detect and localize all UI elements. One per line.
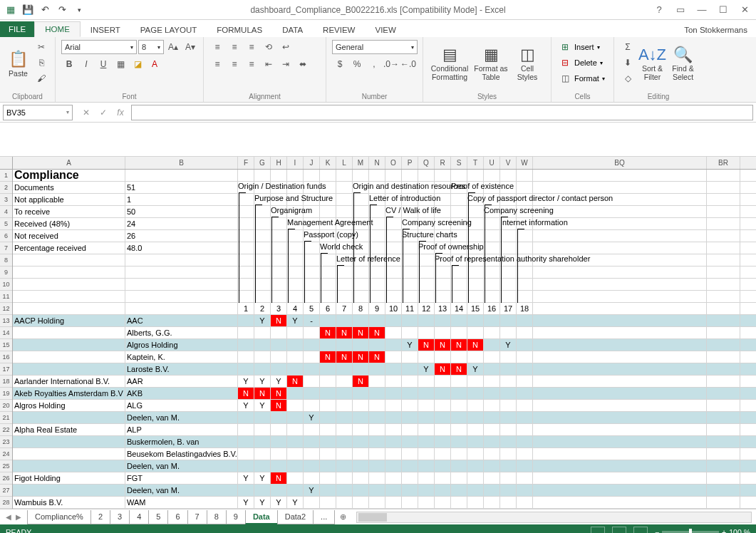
cell[interactable] <box>304 460 320 472</box>
cell[interactable] <box>707 485 740 496</box>
cell[interactable] <box>402 448 418 460</box>
cell[interactable]: Deelen, van M. <box>125 412 238 423</box>
cell[interactable] <box>500 497 517 508</box>
cell[interactable] <box>517 388 533 399</box>
cell[interactable] <box>451 254 467 266</box>
sheet-tab[interactable]: 3 <box>110 510 130 524</box>
cell[interactable]: N <box>451 339 467 351</box>
cell[interactable] <box>287 339 304 351</box>
cell[interactable] <box>533 303 707 314</box>
cell[interactable] <box>353 218 369 229</box>
maximize-icon[interactable]: ☐ <box>716 3 730 17</box>
cell[interactable] <box>238 291 254 302</box>
cell[interactable] <box>435 497 451 508</box>
cell[interactable] <box>451 206 467 217</box>
cell[interactable]: 15 <box>467 303 484 314</box>
cell[interactable] <box>271 182 287 193</box>
cell[interactable] <box>707 339 740 351</box>
cell[interactable] <box>467 472 484 484</box>
cell[interactable] <box>254 363 271 375</box>
cell[interactable] <box>238 315 254 326</box>
cell[interactable] <box>271 460 287 472</box>
cell[interactable] <box>287 279 304 290</box>
cell[interactable] <box>369 206 385 217</box>
cell[interactable] <box>533 363 707 375</box>
cell[interactable] <box>13 339 125 351</box>
cell[interactable]: Y <box>500 339 517 351</box>
cell[interactable] <box>287 448 304 460</box>
cell[interactable] <box>402 472 418 484</box>
cell[interactable] <box>353 230 369 242</box>
cell[interactable] <box>13 303 125 314</box>
cell[interactable] <box>304 400 320 411</box>
cell[interactable] <box>385 436 402 447</box>
underline-button[interactable]: U <box>95 57 111 71</box>
cell[interactable] <box>254 436 271 447</box>
align-center-icon[interactable]: ≡ <box>227 57 242 71</box>
cell[interactable] <box>402 424 418 435</box>
cell[interactable] <box>238 424 254 435</box>
cell[interactable] <box>402 230 418 242</box>
cell[interactable] <box>467 388 484 399</box>
conditional-formatting-button[interactable]: ▤ Conditional Formatting <box>429 40 470 87</box>
cell[interactable] <box>385 194 402 205</box>
cell[interactable] <box>500 400 517 411</box>
cell[interactable] <box>435 206 451 217</box>
cell[interactable] <box>13 436 125 447</box>
cell[interactable]: Akeb Royalties Amsterdam B.V <box>13 388 125 399</box>
cell[interactable] <box>467 351 484 363</box>
cell[interactable]: 3 <box>271 303 287 314</box>
cell[interactable] <box>467 497 484 508</box>
cell[interactable] <box>287 472 304 484</box>
row-header[interactable]: 8 <box>0 254 12 266</box>
cell[interactable] <box>451 472 467 484</box>
row-header[interactable]: 14 <box>0 327 12 339</box>
cell[interactable] <box>467 436 484 447</box>
cell[interactable] <box>336 363 353 375</box>
cell[interactable] <box>369 388 385 399</box>
cell[interactable] <box>451 218 467 229</box>
cell[interactable] <box>402 315 418 326</box>
cell[interactable] <box>467 242 484 254</box>
cell[interactable] <box>533 339 707 351</box>
cell[interactable] <box>484 460 500 472</box>
cell[interactable] <box>402 485 418 496</box>
cell[interactable] <box>287 254 304 266</box>
cell[interactable] <box>484 412 500 423</box>
cell[interactable] <box>353 363 369 375</box>
cell[interactable] <box>517 424 533 435</box>
save-icon[interactable]: 💾 <box>21 4 34 16</box>
cell[interactable] <box>467 266 484 278</box>
cell[interactable]: N <box>467 339 484 351</box>
cell[interactable] <box>369 194 385 205</box>
col-header[interactable]: S <box>451 157 467 169</box>
cell[interactable]: AKB <box>125 388 238 399</box>
cell[interactable] <box>385 448 402 460</box>
zoom-level[interactable]: 100 % <box>729 528 750 533</box>
cell[interactable]: ALP <box>125 424 238 435</box>
cell[interactable]: N <box>271 400 287 411</box>
cell[interactable] <box>353 448 369 460</box>
cell[interactable] <box>287 170 304 181</box>
cell[interactable]: N <box>238 388 254 399</box>
cell[interactable] <box>271 351 287 363</box>
cell[interactable] <box>533 194 707 205</box>
cell[interactable] <box>304 363 320 375</box>
cell[interactable] <box>320 230 336 242</box>
cell[interactable] <box>271 206 287 217</box>
cell[interactable] <box>484 448 500 460</box>
cell[interactable]: 4 <box>287 303 304 314</box>
cell[interactable] <box>402 412 418 423</box>
cell[interactable] <box>369 266 385 278</box>
cell[interactable] <box>517 448 533 460</box>
font-color-icon[interactable]: A <box>147 57 162 71</box>
cell[interactable]: Y <box>254 497 271 508</box>
cell[interactable] <box>418 497 435 508</box>
cell[interactable] <box>435 388 451 399</box>
cell[interactable] <box>435 182 451 193</box>
cell[interactable] <box>336 170 353 181</box>
cell[interactable] <box>320 266 336 278</box>
align-bottom-icon[interactable]: ≡ <box>244 40 259 54</box>
cell[interactable] <box>336 254 353 266</box>
cell[interactable] <box>402 363 418 375</box>
